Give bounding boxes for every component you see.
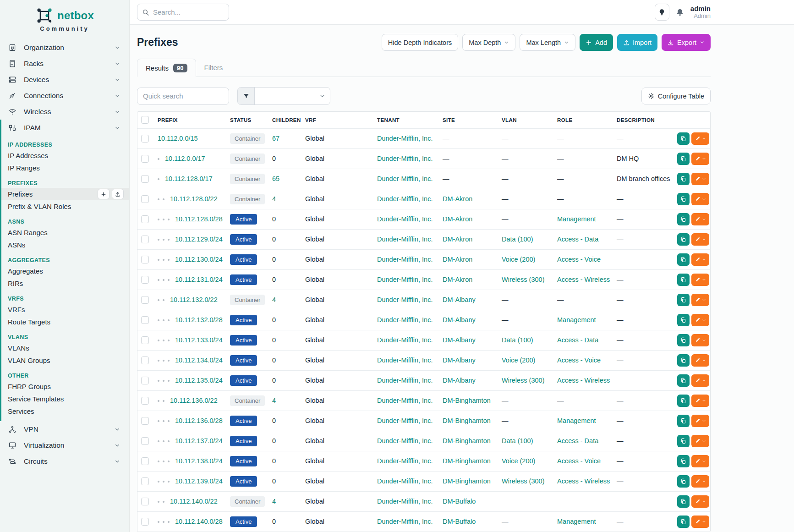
row-checkbox[interactable] [141, 377, 149, 384]
sidebar-item-asn-ranges[interactable]: ASN Ranges [1, 226, 129, 239]
tenant-link[interactable]: Dunder-Mifflin, Inc. [377, 356, 433, 364]
role-link[interactable]: Access - Wireless [557, 377, 610, 384]
row-checkbox[interactable] [141, 135, 149, 143]
sidebar-item-ip-ranges[interactable]: IP Ranges [1, 162, 129, 174]
prefix-link[interactable]: 10.112.136.0/28 [175, 417, 223, 424]
tenant-link[interactable]: Dunder-Mifflin, Inc. [377, 135, 433, 142]
tenant-link[interactable]: Dunder-Mifflin, Inc. [377, 195, 433, 203]
clone-button[interactable] [677, 516, 690, 528]
clone-button[interactable] [677, 354, 690, 367]
global-search[interactable] [137, 4, 229, 21]
vlan-link[interactable]: Voice (200) [502, 256, 535, 263]
clone-button[interactable] [677, 495, 690, 508]
tenant-link[interactable]: Dunder-Mifflin, Inc. [377, 417, 433, 424]
tenant-link[interactable]: Dunder-Mifflin, Inc. [377, 276, 433, 283]
site-link[interactable]: DM-Buffalo [443, 518, 476, 525]
edit-button[interactable] [691, 516, 709, 528]
role-link[interactable]: Access - Data [557, 236, 598, 243]
sidebar-item-circuits[interactable]: Circuits [0, 453, 129, 469]
user-menu[interactable]: admin Admin [690, 5, 711, 19]
site-link[interactable]: DM-Akron [443, 276, 472, 283]
role-link[interactable]: Access - Wireless [557, 276, 610, 283]
prefix-link[interactable]: 10.112.130.0/24 [175, 256, 223, 263]
tenant-link[interactable]: Dunder-Mifflin, Inc. [377, 236, 433, 243]
select-all-checkbox[interactable] [141, 116, 149, 124]
role-link[interactable]: Access - Voice [557, 256, 601, 263]
row-checkbox[interactable] [141, 397, 149, 405]
tenant-link[interactable]: Dunder-Mifflin, Inc. [377, 256, 433, 263]
site-link[interactable]: DM-Akron [443, 195, 472, 203]
tenant-link[interactable]: Dunder-Mifflin, Inc. [377, 175, 433, 182]
edit-button[interactable] [691, 294, 709, 306]
role-link[interactable]: Management [557, 215, 596, 223]
sidebar-item-racks[interactable]: Racks [0, 55, 129, 71]
tenant-link[interactable]: Dunder-Mifflin, Inc. [377, 498, 433, 505]
site-link[interactable]: DM-Albany [443, 296, 476, 303]
tenant-link[interactable]: Dunder-Mifflin, Inc. [377, 215, 433, 223]
edit-button[interactable] [691, 455, 709, 467]
vlan-link[interactable]: Data (100) [502, 336, 533, 344]
sidebar-item-prefixes[interactable]: Prefixes [1, 188, 129, 200]
site-link[interactable]: DM-Binghamton [443, 477, 491, 485]
sidebar-item-asns[interactable]: ASNs [1, 239, 129, 251]
row-checkbox[interactable] [141, 518, 149, 526]
import-button[interactable]: Import [617, 34, 657, 51]
site-link[interactable]: DM-Akron [443, 256, 472, 263]
prefix-link[interactable]: 10.112.0.0/17 [165, 155, 205, 162]
saved-filter-select[interactable] [237, 87, 330, 105]
vlan-link[interactable]: Wireless (300) [502, 477, 544, 485]
role-link[interactable]: Access - Voice [557, 457, 601, 465]
sidebar-item-route-targets[interactable]: Route Targets [1, 316, 129, 328]
prefix-link[interactable]: 10.112.132.0/22 [170, 296, 218, 303]
vlan-link[interactable]: Data (100) [502, 236, 533, 243]
sidebar-item-vlan-groups[interactable]: VLAN Groups [1, 354, 129, 367]
edit-button[interactable] [691, 334, 709, 346]
sidebar-item-organization[interactable]: Organization [0, 39, 129, 55]
sidebar-item-services[interactable]: Services [1, 405, 129, 417]
sidebar-item-devices[interactable]: Devices [0, 71, 129, 88]
prefix-link[interactable]: 10.112.131.0/24 [175, 276, 223, 283]
clone-button[interactable] [677, 193, 690, 205]
clone-button[interactable] [677, 153, 690, 165]
sidebar-item-vrfs[interactable]: VRFs [1, 303, 129, 316]
prefix-link[interactable]: 10.112.140.0/28 [175, 518, 223, 525]
export-button[interactable]: Export [662, 34, 711, 51]
prefix-link[interactable]: 10.112.137.0/24 [175, 437, 223, 444]
role-link[interactable]: Access - Wireless [557, 477, 610, 485]
edit-button[interactable] [691, 193, 709, 205]
row-checkbox[interactable] [141, 457, 149, 465]
prefix-link[interactable]: 10.112.128.0/28 [175, 215, 223, 223]
children-count-link[interactable]: 4 [272, 195, 276, 203]
clone-button[interactable] [677, 132, 690, 145]
clone-button[interactable] [677, 314, 690, 326]
clone-button[interactable] [677, 334, 690, 346]
hide-depth-indicators-button[interactable]: Hide Depth Indicators [382, 34, 458, 51]
row-checkbox[interactable] [141, 296, 149, 304]
row-checkbox[interactable] [141, 477, 149, 485]
row-checkbox[interactable] [141, 437, 149, 445]
sidebar-item-vpn[interactable]: VPN [0, 421, 129, 437]
row-checkbox[interactable] [141, 155, 149, 163]
clone-button[interactable] [677, 253, 690, 266]
row-checkbox[interactable] [141, 195, 149, 203]
site-link[interactable]: DM-Akron [443, 236, 472, 243]
sidebar-item-fhrp-groups[interactable]: FHRP Groups [1, 380, 129, 393]
prefix-link[interactable]: 10.112.133.0/24 [175, 336, 223, 344]
clone-button[interactable] [677, 173, 690, 185]
role-link[interactable]: Access - Data [557, 336, 598, 344]
sidebar-item-virtualization[interactable]: Virtualization [0, 437, 129, 453]
prefix-link[interactable]: 10.112.128.0/22 [170, 195, 218, 203]
vlan-link[interactable]: Wireless (300) [502, 377, 544, 384]
quick-import-button[interactable] [112, 189, 124, 199]
prefix-link[interactable]: 10.112.134.0/24 [175, 356, 223, 364]
site-link[interactable]: DM-Albany [443, 336, 476, 344]
role-link[interactable]: Management [557, 316, 596, 324]
sidebar-item-wireless[interactable]: Wireless [0, 104, 129, 120]
edit-button[interactable] [691, 153, 709, 165]
clone-button[interactable] [677, 395, 690, 407]
prefix-link[interactable]: 10.112.135.0/24 [175, 377, 223, 384]
site-link[interactable]: DM-Albany [443, 356, 476, 364]
edit-button[interactable] [691, 132, 709, 145]
site-link[interactable]: DM-Akron [443, 215, 472, 223]
edit-button[interactable] [691, 495, 709, 508]
